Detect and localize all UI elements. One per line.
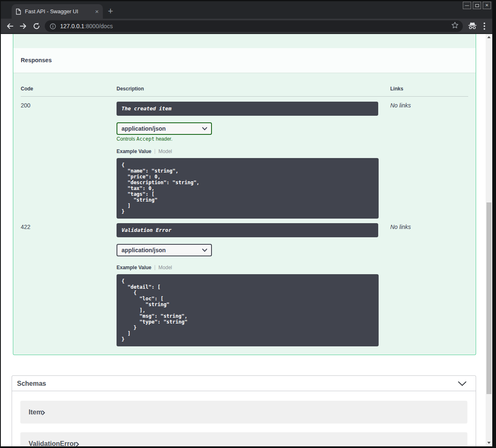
browser-tab[interactable]: Fast API - Swagger UI ×: [12, 4, 103, 19]
tab-model[interactable]: Model: [158, 265, 172, 270]
new-tab-button[interactable]: +: [108, 6, 113, 17]
maximize-icon: [475, 4, 479, 7]
address-bar[interactable]: 127.0.0.1:8000/docs: [45, 20, 463, 32]
column-header-description: Description: [117, 86, 144, 92]
example-json-422-code: { "detail": [ { "loc": [ "string" ], "ms…: [117, 274, 379, 346]
window-border-bottom: [0, 446, 496, 448]
site-info-icon[interactable]: [50, 23, 56, 29]
tab-example-value[interactable]: Example Value: [117, 265, 151, 270]
page-favicon-icon: [16, 8, 21, 15]
example-json-422: { "detail": [ { "loc": [ "string" ], "ms…: [117, 274, 379, 346]
example-json-200: { "name": "string", "price": 0, "descrip…: [117, 158, 379, 219]
schema-name: ValidationError: [29, 432, 76, 448]
table-header-divider: [21, 96, 468, 97]
reload-icon[interactable]: [32, 22, 41, 30]
scroll-down-arrow-icon[interactable]: [487, 442, 491, 444]
scrollbar-thumb[interactable]: [486, 202, 491, 394]
response-422-links: No links: [390, 224, 411, 230]
chevron-right-icon: [42, 410, 45, 415]
scroll-up-arrow-icon[interactable]: [487, 36, 491, 38]
chevron-down-icon[interactable]: [458, 381, 467, 386]
url-host: 127.0.0.1: [60, 23, 84, 29]
schema-card-validationerror[interactable]: ValidationError: [20, 432, 467, 448]
post-operation-block: Responses Code Description Links 200 The…: [13, 34, 476, 355]
response-code-422: 422: [21, 224, 30, 230]
responses-title: Responses: [21, 48, 52, 73]
browser-menu-icon[interactable]: [484, 22, 485, 30]
browser-titlebar: Fast API - Swagger UI × + — ✕: [0, 0, 496, 19]
example-model-tabs-422: Example ValueModel: [117, 265, 172, 270]
window-close-button[interactable]: ✕: [483, 2, 491, 9]
example-model-tabs-200: Example ValueModel: [117, 149, 172, 154]
response-200-description: The created item: [117, 102, 378, 116]
schema-card-item[interactable]: Item: [20, 401, 467, 424]
tab-divider: [155, 149, 155, 154]
response-422-description: Validation Error: [117, 223, 378, 237]
tab-divider: [155, 265, 155, 270]
accept-header-note: Controls Accept header.: [117, 136, 173, 142]
tab-close-icon[interactable]: ×: [95, 8, 99, 15]
tab-model[interactable]: Model: [158, 149, 172, 154]
forward-icon[interactable]: [19, 22, 27, 30]
url-path: :8000/docs: [84, 23, 113, 29]
media-type-value: application/json: [122, 247, 166, 253]
chevron-down-icon: [202, 248, 207, 252]
schemas-title: Schemas: [17, 376, 46, 391]
media-type-value: application/json: [122, 125, 166, 132]
window-minimize-button[interactable]: —: [463, 2, 471, 9]
back-icon[interactable]: [6, 22, 14, 30]
response-code-200: 200: [21, 102, 30, 109]
incognito-icon: [467, 22, 477, 30]
schemas-header[interactable]: Schemas: [12, 376, 476, 391]
window-border-right: [492, 0, 496, 448]
window-border-top: [0, 0, 496, 1]
bookmark-star-icon[interactable]: [451, 22, 459, 29]
response-200-links: No links: [390, 102, 411, 109]
responses-section-header: Responses: [13, 48, 476, 73]
swagger-page: Responses Code Description Links 200 The…: [0, 34, 496, 448]
page-scrollbar[interactable]: [486, 34, 492, 446]
tab-example-value[interactable]: Example Value: [117, 149, 151, 154]
column-header-links: Links: [390, 86, 403, 92]
schemas-section: Schemas Item ValidationError: [12, 375, 476, 448]
tab-title: Fast API - Swagger UI: [25, 8, 95, 15]
browser-toolbar: 127.0.0.1:8000/docs: [0, 19, 496, 34]
media-type-select-200[interactable]: application/json: [117, 122, 212, 135]
example-json-200-code: { "name": "string", "price": 0, "descrip…: [117, 158, 379, 219]
chevron-down-icon: [202, 127, 207, 131]
window-maximize-button[interactable]: [473, 2, 481, 9]
window-border-left: [0, 0, 1, 448]
media-type-select-422[interactable]: application/json: [117, 244, 212, 256]
column-header-code: Code: [21, 86, 33, 92]
schema-name: Item: [29, 401, 42, 424]
